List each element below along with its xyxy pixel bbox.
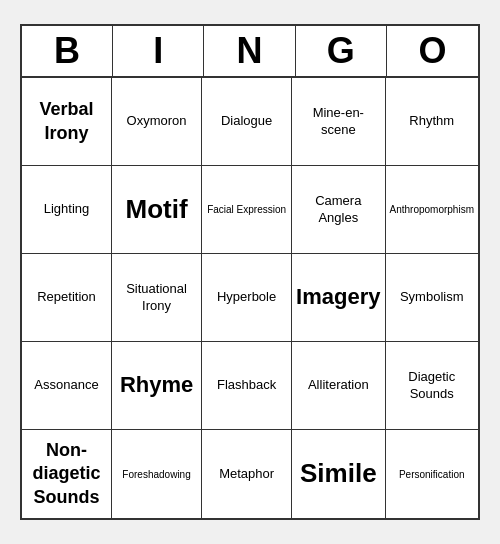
bingo-cell-8[interactable]: Camera Angles <box>292 166 385 254</box>
bingo-cell-19[interactable]: Diagetic Sounds <box>386 342 478 430</box>
bingo-card: B I N G O Verbal IronyOxymoronDialogueMi… <box>20 24 480 520</box>
bingo-cell-9[interactable]: Anthropomorphism <box>386 166 478 254</box>
bingo-cell-11[interactable]: Situational Irony <box>112 254 202 342</box>
bingo-grid: Verbal IronyOxymoronDialogueMine-en-scen… <box>22 78 478 518</box>
header-g: G <box>296 26 387 76</box>
bingo-cell-1[interactable]: Oxymoron <box>112 78 202 166</box>
header-i: I <box>113 26 204 76</box>
bingo-cell-3[interactable]: Mine-en-scene <box>292 78 385 166</box>
bingo-cell-17[interactable]: Flashback <box>202 342 292 430</box>
bingo-cell-15[interactable]: Assonance <box>22 342 112 430</box>
bingo-cell-4[interactable]: Rhythm <box>386 78 478 166</box>
bingo-cell-22[interactable]: Metaphor <box>202 430 292 518</box>
bingo-cell-14[interactable]: Symbolism <box>386 254 478 342</box>
bingo-cell-16[interactable]: Rhyme <box>112 342 202 430</box>
bingo-cell-23[interactable]: Simile <box>292 430 385 518</box>
bingo-cell-10[interactable]: Repetition <box>22 254 112 342</box>
bingo-cell-5[interactable]: Lighting <box>22 166 112 254</box>
bingo-header: B I N G O <box>22 26 478 78</box>
bingo-cell-2[interactable]: Dialogue <box>202 78 292 166</box>
bingo-cell-21[interactable]: Foreshadowing <box>112 430 202 518</box>
bingo-cell-7[interactable]: Facial Expression <box>202 166 292 254</box>
bingo-cell-0[interactable]: Verbal Irony <box>22 78 112 166</box>
bingo-cell-6[interactable]: Motif <box>112 166 202 254</box>
bingo-cell-24[interactable]: Personification <box>386 430 478 518</box>
header-n: N <box>204 26 295 76</box>
header-b: B <box>22 26 113 76</box>
bingo-cell-20[interactable]: Non-diagetic Sounds <box>22 430 112 518</box>
bingo-cell-12[interactable]: Hyperbole <box>202 254 292 342</box>
bingo-cell-13[interactable]: Imagery <box>292 254 385 342</box>
bingo-cell-18[interactable]: Alliteration <box>292 342 385 430</box>
header-o: O <box>387 26 478 76</box>
